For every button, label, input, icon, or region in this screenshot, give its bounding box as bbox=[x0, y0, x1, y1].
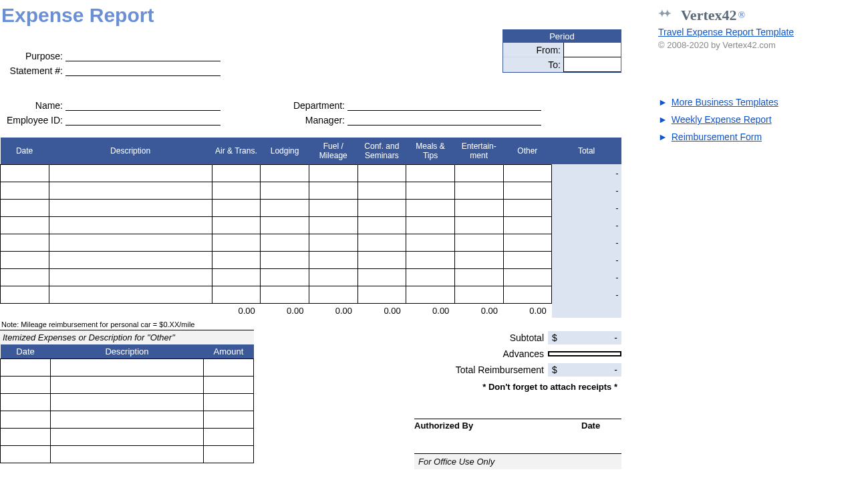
name-label: Name: bbox=[0, 100, 65, 111]
manager-label: Manager: bbox=[274, 115, 347, 126]
subtotal-value: $- bbox=[548, 331, 621, 344]
receipts-reminder: * Don't forget to attach receipts * bbox=[281, 378, 621, 392]
logo-icon bbox=[658, 8, 677, 23]
itemized-row[interactable] bbox=[1, 411, 254, 429]
statement-input[interactable] bbox=[65, 64, 221, 76]
table-row[interactable]: - bbox=[1, 164, 621, 182]
total-reimbursement-value: $- bbox=[548, 363, 621, 377]
department-input[interactable] bbox=[347, 99, 541, 111]
period-to-input[interactable] bbox=[563, 57, 621, 72]
period-from-label: From: bbox=[503, 43, 563, 57]
copyright: © 2008-2020 by Vertex42.com bbox=[658, 40, 861, 50]
col-lodging: Lodging bbox=[261, 138, 309, 164]
advances-label: Advances bbox=[347, 348, 548, 359]
employee-id-label: Employee ID: bbox=[0, 115, 65, 126]
col-meals: Meals & Tips bbox=[406, 138, 455, 164]
col-description: Description bbox=[49, 138, 212, 164]
column-totals-row: 0.00 0.00 0.00 0.00 0.00 0.00 0.00 bbox=[1, 303, 621, 318]
table-row[interactable]: - bbox=[1, 199, 621, 216]
name-input[interactable] bbox=[65, 99, 221, 111]
department-label: Department: bbox=[274, 100, 347, 111]
period-to-label: To: bbox=[503, 57, 563, 72]
total-reimbursement-label: Total Reimbursement bbox=[347, 364, 548, 375]
col-total: Total bbox=[552, 138, 621, 164]
link-business-templates[interactable]: More Business Templates bbox=[672, 97, 778, 107]
itemized-row[interactable] bbox=[1, 394, 254, 411]
template-link[interactable]: Travel Expense Report Template bbox=[658, 27, 794, 37]
purpose-label: Purpose: bbox=[0, 51, 65, 61]
table-row[interactable]: - bbox=[1, 182, 621, 199]
advances-input[interactable] bbox=[548, 351, 621, 356]
table-row[interactable]: - bbox=[1, 216, 621, 234]
auth-date-label: Date bbox=[581, 421, 621, 431]
itemized-title: Itemized Expenses or Description for "Ot… bbox=[0, 330, 254, 344]
table-row[interactable]: - bbox=[1, 268, 621, 286]
manager-input[interactable] bbox=[347, 113, 541, 126]
itemized-row[interactable] bbox=[1, 446, 254, 463]
itemized-table: Date Description Amount bbox=[0, 344, 254, 463]
col-other: Other bbox=[503, 138, 552, 164]
vertex42-logo: Vertex42® bbox=[658, 7, 861, 24]
expense-table: Date Description Air & Trans. Lodging Fu… bbox=[0, 138, 621, 318]
itemized-col-desc: Description bbox=[51, 344, 204, 359]
col-entertain: Entertain-ment bbox=[454, 138, 503, 164]
table-row[interactable]: - bbox=[1, 251, 621, 268]
employee-id-input[interactable] bbox=[65, 113, 221, 126]
mileage-note: Note: Mileage reimbursement for personal… bbox=[0, 318, 621, 330]
link-reimbursement-form[interactable]: Reimbursement Form bbox=[672, 132, 762, 142]
statement-label: Statement #: bbox=[0, 65, 65, 76]
purpose-input[interactable] bbox=[65, 49, 221, 61]
arrow-icon: ► bbox=[658, 97, 668, 107]
itemized-col-amount: Amount bbox=[204, 344, 254, 359]
period-header: Period bbox=[503, 30, 621, 43]
col-fuel: Fuel / Mileage bbox=[309, 138, 357, 164]
itemized-row[interactable] bbox=[1, 359, 254, 377]
page-title: Expense Report bbox=[0, 0, 621, 28]
itemized-row[interactable] bbox=[1, 377, 254, 394]
itemized-col-date: Date bbox=[1, 344, 51, 359]
authorized-by-label: Authorized By bbox=[414, 421, 581, 431]
period-box: Period From: To: bbox=[502, 29, 621, 73]
period-from-input[interactable] bbox=[563, 43, 621, 57]
office-use-label: For Office Use Only bbox=[414, 453, 621, 469]
col-conf: Conf. and Seminars bbox=[357, 138, 406, 164]
table-row[interactable]: - bbox=[1, 234, 621, 251]
arrow-icon: ► bbox=[658, 114, 668, 125]
col-date: Date bbox=[1, 138, 49, 164]
link-weekly-expense[interactable]: Weekly Expense Report bbox=[672, 114, 772, 125]
table-row[interactable]: - bbox=[1, 286, 621, 303]
subtotal-label: Subtotal bbox=[347, 332, 548, 343]
col-air: Air & Trans. bbox=[212, 138, 261, 164]
itemized-row[interactable] bbox=[1, 429, 254, 446]
arrow-icon: ► bbox=[658, 132, 668, 142]
